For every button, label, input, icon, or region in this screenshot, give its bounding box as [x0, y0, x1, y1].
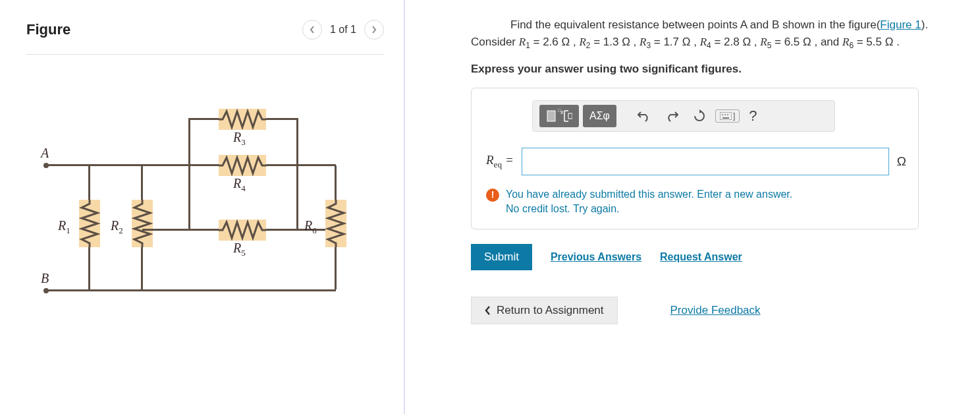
- redo-icon: [665, 110, 678, 122]
- undo-button[interactable]: [632, 105, 656, 127]
- figure-viewport[interactable]: A B R1 R2: [26, 74, 382, 345]
- figure-title: Figure: [26, 21, 70, 38]
- figure-prev-button[interactable]: [302, 20, 322, 40]
- reset-button[interactable]: [688, 105, 711, 127]
- svg-rect-4: [720, 112, 732, 120]
- problem-statement: Find the equivalent resistance between p…: [471, 16, 954, 52]
- feedback-message: ! You have already submitted this answer…: [486, 187, 906, 217]
- answer-lhs: Req =: [486, 153, 514, 170]
- return-button[interactable]: Return to Assignment: [471, 297, 618, 324]
- chevron-left-icon: [485, 306, 491, 315]
- reset-icon: [693, 109, 706, 123]
- greek-button[interactable]: ΑΣφ: [583, 105, 616, 127]
- fraction-template-icon: x □: [546, 109, 572, 123]
- template-button[interactable]: x □: [539, 105, 579, 127]
- equation-toolbar: x □ ΑΣφ ] ?: [532, 100, 835, 132]
- chevron-left-icon: [309, 25, 315, 34]
- svg-point-6: [724, 114, 726, 115]
- svg-point-7: [727, 114, 728, 115]
- answer-unit: Ω: [897, 154, 906, 169]
- return-label: Return to Assignment: [497, 304, 604, 317]
- submit-button[interactable]: Submit: [471, 244, 532, 270]
- r3-label: R3: [233, 130, 246, 148]
- figure-link[interactable]: Figure 1: [880, 18, 921, 31]
- provide-feedback-link[interactable]: Provide Feedback: [670, 304, 761, 317]
- svg-text:x: x: [560, 109, 564, 115]
- question-panel: Find the equivalent resistance between p…: [405, 0, 980, 414]
- redo-button[interactable]: [660, 105, 684, 127]
- keyboard-button[interactable]: ]: [715, 109, 740, 123]
- keyboard-icon: [720, 112, 732, 120]
- figure-panel: Figure 1 of 1 A B: [0, 0, 405, 414]
- svg-rect-0: [547, 111, 555, 121]
- svg-point-5: [722, 114, 723, 115]
- figure-next-button[interactable]: [364, 20, 384, 40]
- r5-label: R5: [233, 241, 246, 258]
- r6-label: R6: [304, 218, 317, 236]
- r4-label: R4: [233, 176, 246, 194]
- bottom-row: Return to Assignment Provide Feedback: [471, 297, 954, 324]
- circuit-diagram: A B R1 R2: [33, 94, 349, 305]
- alert-icon: !: [486, 189, 499, 202]
- answer-instruction: Express your answer using two significan…: [471, 63, 954, 76]
- figure-nav: 1 of 1: [302, 20, 384, 40]
- node-b-label: B: [41, 271, 49, 286]
- chevron-right-icon: [371, 25, 377, 34]
- answer-input-row: Req = Ω: [486, 148, 906, 175]
- answer-input[interactable]: [522, 148, 889, 175]
- figure-counter: 1 of 1: [330, 24, 356, 36]
- feedback-line1: You have already submitted this answer. …: [506, 187, 792, 202]
- actions-row: Submit Previous Answers Request Answer: [471, 244, 954, 270]
- feedback-line2: No credit lost. Try again.: [506, 202, 792, 216]
- node-a-label: A: [41, 146, 49, 161]
- request-answer-link[interactable]: Request Answer: [660, 251, 742, 263]
- undo-icon: [638, 110, 651, 122]
- svg-rect-8: [722, 117, 729, 119]
- svg-rect-3: [568, 113, 572, 119]
- previous-answers-link[interactable]: Previous Answers: [551, 251, 641, 263]
- r2-label: R2: [111, 218, 123, 236]
- figure-header: Figure 1 of 1: [26, 20, 384, 54]
- r1-label: R1: [58, 218, 70, 236]
- help-button[interactable]: ?: [744, 107, 762, 125]
- answer-box: x □ ΑΣφ ] ?: [471, 88, 919, 229]
